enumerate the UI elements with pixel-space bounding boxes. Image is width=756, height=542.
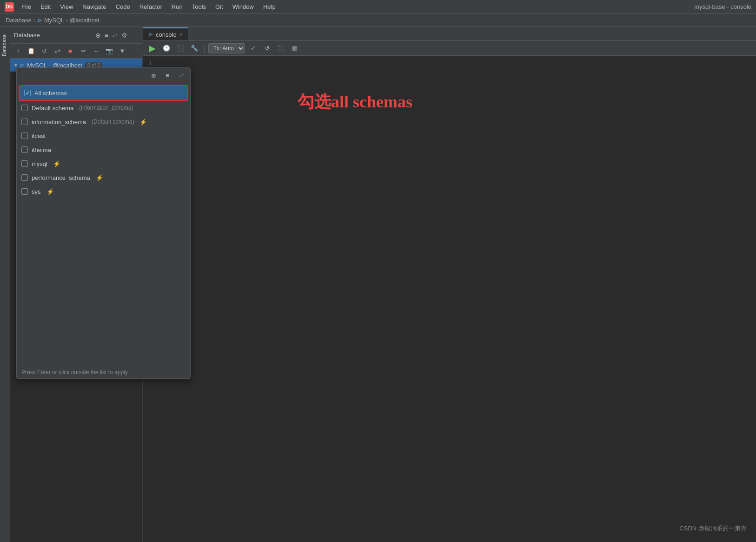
tab-console-icon: ⊳ xyxy=(148,31,153,38)
tab-bar: ⊳ console × xyxy=(143,27,756,41)
schema-dropdown: ⊕ ≡ ⇌ ✓ All schemas Default schema (info… xyxy=(16,67,191,379)
breadcrumb: Database › ⊳ MySQL - @localhost xyxy=(0,14,756,27)
itheima-label: itheima xyxy=(32,146,51,153)
vertical-tab-database[interactable]: Database xyxy=(0,27,10,542)
information-schema-label: information_schema xyxy=(32,119,86,126)
credit-text: CSDN @银河系的一束光 xyxy=(679,524,747,533)
editor-toolbar: ▶ 🕐 ⬛ 🔧 Tx: Auto ✓ ↺ ⬛ ▦ xyxy=(143,41,756,56)
tab-console[interactable]: ⊳ console × xyxy=(143,27,188,40)
itheima-checkbox[interactable] xyxy=(21,146,28,153)
stop-button[interactable]: ⬛ xyxy=(174,43,186,54)
menu-edit[interactable]: Edit xyxy=(37,2,54,11)
sidebar-minimize-icon[interactable]: — xyxy=(130,31,139,40)
dropdown-item-itheima[interactable]: itheima xyxy=(17,143,190,157)
tab-console-label: console xyxy=(156,31,177,38)
mysql-lightning-icon: ⚡ xyxy=(53,160,60,167)
sidebar-list-icon[interactable]: ≡ xyxy=(104,31,109,40)
default-schema-checkbox[interactable] xyxy=(21,105,28,111)
sidebar-header: Database ⊕ ≡ ⇌ ⚙ — xyxy=(10,27,142,44)
sidebar-add-icon[interactable]: ⊕ xyxy=(94,31,102,40)
sidebar-gear-icon[interactable]: ⚙ xyxy=(120,31,128,40)
performance-schema-label: performance_schema xyxy=(32,174,90,181)
wrench-button[interactable]: 🔧 xyxy=(188,43,200,54)
line-number-1: 1 xyxy=(148,59,152,66)
all-schemas-checkbox[interactable]: ✓ xyxy=(24,90,31,96)
tx-select[interactable]: Tx: Auto xyxy=(208,43,245,53)
dropdown-item-performance-schema[interactable]: performance_schema ⚡ xyxy=(17,171,190,185)
dropdown-item-sys[interactable]: sys ⚡ xyxy=(17,185,190,198)
breadcrumb-sep: › xyxy=(33,17,35,24)
dropdown-refresh-icon[interactable]: ⊕ xyxy=(147,70,159,81)
itcast-checkbox[interactable] xyxy=(21,132,28,139)
menu-git[interactable]: Git xyxy=(212,2,227,11)
default-schema-label: Default schema xyxy=(32,105,73,112)
sidebar-tree-toolbar: + 📋 ↺ ⇌ ■ ✏ ← 📷 ▼ xyxy=(10,44,142,59)
all-schemas-box: ✓ All schemas xyxy=(19,85,188,101)
check-button[interactable]: ✓ xyxy=(247,43,259,54)
table-button[interactable]: ▦ xyxy=(289,43,301,54)
all-schemas-label: All schemas xyxy=(34,90,67,97)
window-title: mysql-base - console xyxy=(694,3,751,10)
itcast-label: itcast xyxy=(32,132,46,139)
sidebar-split-icon[interactable]: ⇌ xyxy=(111,31,119,40)
undo-button[interactable]: ↺ xyxy=(261,43,273,54)
dropdown-item-information-schema[interactable]: information_schema (Default schema) ⚡ xyxy=(17,115,190,129)
run-button[interactable]: ▶ xyxy=(146,43,159,54)
tree-expand-mysql[interactable]: ▼ xyxy=(12,63,20,68)
content-area: ⊳ console × ▶ 🕐 ⬛ 🔧 Tx: Auto ✓ ↺ ⬛ ▦ 1 xyxy=(143,27,756,542)
information-schema-lightning-icon: ⚡ xyxy=(139,119,147,126)
information-schema-checkbox[interactable] xyxy=(21,119,28,125)
dropdown-footer: Press Enter or click outside the list to… xyxy=(17,366,190,378)
sidebar-toolbar: ⊕ ≡ ⇌ ⚙ — xyxy=(94,31,139,40)
annotation-text: 勾选all schemas xyxy=(298,91,412,113)
clock-button[interactable]: 🕐 xyxy=(160,43,172,54)
menu-window[interactable]: Window xyxy=(229,2,258,11)
dropdown-spacer xyxy=(17,198,190,366)
tree-refresh-btn[interactable]: ↺ xyxy=(38,46,50,57)
title-bar: DG File Edit View Navigate Code Refactor… xyxy=(0,0,756,14)
menu-bar: File Edit View Navigate Code Refactor Ru… xyxy=(18,2,694,11)
performance-schema-checkbox[interactable] xyxy=(21,174,28,181)
dropdown-split-icon[interactable]: ⇌ xyxy=(175,70,187,81)
mysql-checkbox[interactable] xyxy=(21,160,28,167)
menu-help[interactable]: Help xyxy=(259,2,279,11)
dropdown-item-mysql[interactable]: mysql ⚡ xyxy=(17,157,190,171)
app-logo: DG xyxy=(5,2,14,12)
breadcrumb-database[interactable]: Database xyxy=(6,17,32,24)
dropdown-list-icon[interactable]: ≡ xyxy=(161,70,173,81)
menu-run[interactable]: Run xyxy=(168,2,186,11)
sys-lightning-icon: ⚡ xyxy=(46,188,54,195)
menu-tools[interactable]: Tools xyxy=(188,2,210,11)
menu-view[interactable]: View xyxy=(56,2,77,11)
menu-refactor[interactable]: Refactor xyxy=(136,2,166,11)
dropdown-item-default-schema[interactable]: Default schema (information_schema) xyxy=(17,101,190,115)
information-schema-sub: (Default schema) xyxy=(92,119,134,125)
tree-sync-btn[interactable]: ⇌ xyxy=(51,46,63,57)
performance-schema-lightning-icon: ⚡ xyxy=(96,174,103,181)
menu-code[interactable]: Code xyxy=(112,2,134,11)
breadcrumb-mysql[interactable]: MySQL - @localhost xyxy=(44,17,99,24)
menu-file[interactable]: File xyxy=(18,2,35,11)
sidebar-title: Database xyxy=(14,32,40,39)
tree-filter-btn[interactable]: ▼ xyxy=(116,46,128,57)
default-schema-sub: (information_schema) xyxy=(79,105,133,111)
stop2-button[interactable]: ⬛ xyxy=(275,43,287,54)
menu-navigate[interactable]: Navigate xyxy=(79,2,110,11)
sys-label: sys xyxy=(32,188,41,195)
sys-checkbox[interactable] xyxy=(21,188,28,195)
tree-edit-btn[interactable]: ✏ xyxy=(77,46,89,57)
editor-area[interactable]: 1 xyxy=(143,56,756,542)
dropdown-item-all-schemas[interactable]: ✓ All schemas xyxy=(20,86,187,100)
dropdown-toolbar: ⊕ ≡ ⇌ xyxy=(17,68,190,83)
breadcrumb-icon: ⊳ xyxy=(37,17,42,24)
mysql-label: mysql xyxy=(32,160,47,167)
tree-stop-btn[interactable]: ■ xyxy=(64,46,76,57)
tree-add-btn[interactable]: + xyxy=(12,46,24,57)
dropdown-footer-text: Press Enter or click outside the list to… xyxy=(21,369,128,376)
tree-copy-btn[interactable]: 📋 xyxy=(25,46,37,57)
dropdown-item-itcast[interactable]: itcast xyxy=(17,129,190,143)
tree-back-btn[interactable]: ← xyxy=(90,46,102,57)
tab-close-icon[interactable]: × xyxy=(179,32,182,37)
tree-snapshot-btn[interactable]: 📷 xyxy=(103,46,115,57)
vertical-tab-label[interactable]: Database xyxy=(0,32,8,59)
